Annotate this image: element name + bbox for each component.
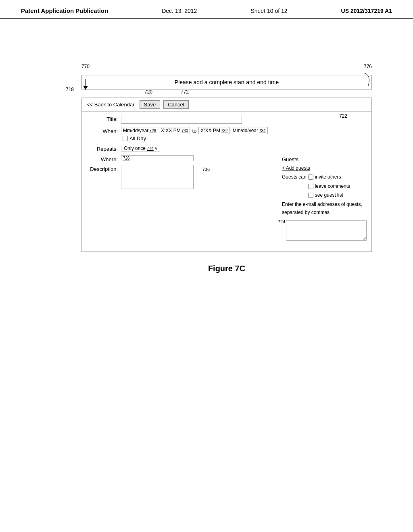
svg-marker-1 — [83, 86, 88, 90]
ref-724: 724 — [278, 218, 285, 226]
when-date1-field[interactable]: Mm/dd/year 728 — [121, 127, 158, 134]
ref-734: 734 — [259, 129, 266, 133]
guests-section: Guests + Add guests Guests can invite ot… — [282, 155, 367, 243]
where-section: Where: 726 Description: 736 — [87, 155, 278, 193]
back-to-calendar-button[interactable]: << Back to Calendar — [85, 101, 136, 108]
notification-area: 770 776 Please add a complete start and … — [81, 75, 372, 89]
invite-others-row: invite others — [308, 173, 350, 181]
ref-772: 772 — [181, 89, 189, 95]
when-fields: Mm/dd/year 728 X:XX PM 730 to X:XX PM 73 — [121, 127, 268, 134]
guest-email-textarea[interactable] — [286, 220, 367, 241]
ref-770: 770 — [81, 64, 90, 69]
ref-718: 718 — [66, 87, 74, 92]
ref-726: 726 — [123, 156, 130, 160]
sheet-info: Sheet 10 of 12 — [250, 8, 287, 14]
publication-date: Dec. 13, 2012 — [162, 8, 197, 14]
invite-others-label: invite others — [315, 173, 341, 181]
desc-label: Description: — [87, 165, 121, 172]
allday-row: All Day — [123, 135, 268, 141]
page-header: Patent Application Publication Dec. 13, … — [0, 0, 413, 19]
title-row: Title: — [87, 115, 367, 124]
arrow-770-svg — [77, 77, 126, 97]
guests-options: invite others leave comments see guest l… — [308, 173, 350, 199]
allday-checkbox[interactable] — [123, 136, 128, 141]
leave-comments-label: leave comments — [315, 182, 350, 190]
when-date2-field[interactable]: Mm/dd/year 734 — [231, 127, 268, 134]
where-guests-row: Where: 726 Description: 736 — [87, 155, 367, 243]
guests-title: Guests — [282, 155, 367, 164]
when-row: When: Mm/dd/year 728 X:XX PM 730 t — [87, 127, 367, 141]
ref-774: 774 — [147, 146, 154, 151]
patent-number: US 2012/317219 A1 — [341, 8, 392, 14]
save-button[interactable]: Save — [140, 100, 161, 109]
add-guests-link[interactable]: + Add guests — [282, 164, 367, 172]
guests-can-row: Guests can invite others leave comments — [282, 173, 367, 199]
see-guest-list-label: see guest list — [315, 191, 343, 199]
title-content — [121, 115, 367, 124]
when-label: When: — [87, 127, 121, 134]
ref-736: 736 — [202, 167, 210, 172]
where-row: Where: 726 — [87, 155, 278, 162]
see-guest-list-row: see guest list — [308, 191, 350, 199]
curve-776-svg — [344, 71, 376, 91]
leave-comments-row: leave comments — [308, 182, 350, 190]
repeats-label: Repeats: — [87, 145, 121, 152]
repeats-select[interactable]: Only once 774 V — [121, 145, 160, 152]
when-to: to — [191, 128, 198, 134]
cancel-button[interactable]: Cancel — [163, 100, 188, 109]
notification-text: Please add a complete start and end time — [175, 79, 279, 85]
figure-caption: Figure 7C — [81, 264, 372, 273]
when-content: Mm/dd/year 728 X:XX PM 730 to X:XX PM 73 — [121, 127, 268, 141]
form-body: Title: When: Mm/dd/year 728 — [82, 112, 371, 251]
ref-776: 776 — [364, 64, 372, 69]
desc-content: 736 — [121, 165, 194, 190]
where-label: Where: — [87, 155, 121, 162]
desc-row: Description: 736 — [87, 165, 278, 190]
figure-area: 770 776 Please add a complete start and … — [81, 75, 372, 273]
dropdown-arrow-icon: V — [155, 146, 158, 151]
ref-732: 732 — [221, 129, 228, 133]
title-input[interactable] — [121, 115, 242, 124]
when-time2-field[interactable]: X:XX PM 732 — [198, 127, 229, 134]
publication-title: Patent Application Publication — [21, 7, 108, 14]
when-time1-field[interactable]: X:XX PM 730 — [159, 127, 190, 134]
desc-textarea[interactable] — [121, 165, 194, 189]
toolbar-row: 720 772 722 << Back to Calendar Save Can… — [82, 98, 371, 112]
guest-email-section: 724 — [282, 219, 367, 243]
ref-730: 730 — [181, 129, 188, 133]
allday-label: All Day — [129, 135, 146, 141]
repeats-row: Repeats: Only once 774 V — [87, 145, 367, 152]
where-input-field[interactable]: 726 — [121, 155, 194, 161]
invite-others-checkbox[interactable] — [308, 175, 313, 180]
ref-728: 728 — [149, 129, 156, 133]
guests-info: Enter the e-mail addresses of guests, se… — [282, 200, 367, 217]
leave-comments-checkbox[interactable] — [308, 184, 313, 189]
see-guest-list-checkbox[interactable] — [308, 193, 313, 198]
ref-720: 720 — [144, 89, 152, 95]
title-label: Title: — [87, 115, 121, 122]
ref-722: 722 — [339, 113, 347, 119]
form-panel: 718 720 772 722 << Back to Calendar Save… — [81, 98, 372, 252]
